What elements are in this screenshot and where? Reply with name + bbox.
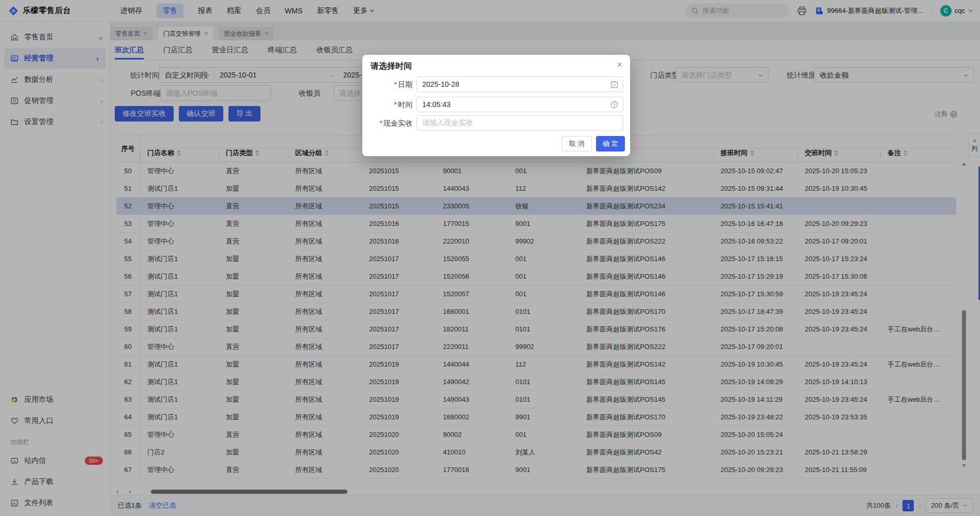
select-time-dialog: 请选择时间 × *日期 2025-10-28 *时间 14:05:43 *现金实… <box>362 55 630 156</box>
cancel-button[interactable]: 取 消 <box>562 136 592 151</box>
close-icon[interactable]: × <box>617 59 622 70</box>
date-field-label: *日期 <box>362 77 412 92</box>
date-input[interactable]: 2025-10-28 <box>417 77 623 92</box>
dialog-title: 请选择时间 <box>371 61 412 72</box>
cash-field-label: *现金实收 <box>362 115 412 131</box>
time-field-label: *时间 <box>362 97 412 112</box>
time-input[interactable]: 14:05:43 <box>417 97 623 112</box>
cash-received-input[interactable]: 请输入现金实收 <box>417 115 623 131</box>
confirm-button[interactable]: 确 定 <box>596 136 625 151</box>
clock-icon <box>610 101 618 109</box>
calendar-icon <box>610 81 618 88</box>
